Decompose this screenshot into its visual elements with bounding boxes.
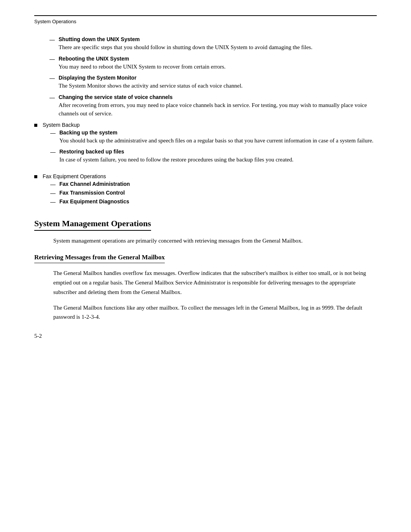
sub-item-title-changing: Changing the service state of voice chan… <box>59 94 377 100</box>
sub-item-content: Rebooting the UNIX System You may need t… <box>59 56 377 71</box>
sub-item-content: Backing up the system You should back up… <box>59 129 377 145</box>
dash-icon: — <box>50 190 56 196</box>
bullet-item-fax-equipment: Fax Equipment Operations — Fax Channel A… <box>34 173 377 207</box>
dash-icon: — <box>49 37 55 43</box>
dash-icon: — <box>49 75 55 81</box>
dash-icon: — <box>50 149 56 155</box>
dash-icon: — <box>50 130 56 136</box>
sub-item-displaying: — Displaying the System Monitor The Syst… <box>49 75 377 90</box>
bullet-item-system-backup: System Backup — Backing up the system Yo… <box>34 122 377 168</box>
sub-item-title-shutting: Shutting down the UNIX System <box>59 36 377 42</box>
subsection-heading: Retrieving Messages from the General Mai… <box>34 253 377 264</box>
bullet-content-fax: Fax Equipment Operations — Fax Channel A… <box>43 173 377 207</box>
sub-item-desc-backing: You should back up the administrative an… <box>59 137 373 144</box>
sub-item-content: Restoring backed up files In case of sys… <box>59 149 377 164</box>
sub-item-content: Displaying the System Monitor The System… <box>59 75 377 90</box>
content-area: — Shutting down the UNIX System There ar… <box>34 36 377 322</box>
bullet-square-icon <box>34 124 37 127</box>
dash-icon: — <box>50 181 56 187</box>
sub-item-restoring: — Restoring backed up files In case of s… <box>50 149 377 164</box>
fax-sub-item-channel-admin: — Fax Channel Administration <box>50 181 377 187</box>
fax-sub-items-list: — Fax Channel Administration — Fax Trans… <box>50 181 377 205</box>
sub-item-desc-rebooting: You may need to reboot the UNIX System t… <box>59 64 226 70</box>
dash-icon: — <box>49 56 55 62</box>
sub-item-backing-up: — Backing up the system You should back … <box>50 129 377 145</box>
sub-item-changing: — Changing the service state of voice ch… <box>49 94 377 118</box>
section-title: System Management Operations <box>34 219 151 231</box>
subsection-title: Retrieving Messages from the General Mai… <box>34 253 165 264</box>
header-bar: System Operations <box>34 15 377 25</box>
sub-item-title-displaying: Displaying the System Monitor <box>59 75 377 81</box>
fax-sub-item-transmission: — Fax Transmission Control <box>50 190 377 196</box>
sub-item-rebooting: — Rebooting the UNIX System You may need… <box>49 56 377 71</box>
section-heading: System Management Operations <box>34 219 377 231</box>
page-container: System Operations — Shutting down the UN… <box>0 0 411 351</box>
dash-icon: — <box>49 94 55 101</box>
sub-item-desc-shutting: There are specific steps that you should… <box>59 44 312 50</box>
page-number: 5-2 <box>34 333 42 339</box>
header-text: System Operations <box>34 19 76 24</box>
fax-sub-item-diagnostics: — Fax Equipment Diagnostics <box>50 198 377 205</box>
subsection-body-para1: The General Mailbox handles overflow fax… <box>53 268 377 297</box>
system-backup-sub-list: — Backing up the system You should back … <box>50 129 377 164</box>
sub-item-content: Shutting down the UNIX System There are … <box>59 36 377 52</box>
fax-channel-admin-title: Fax Channel Administration <box>59 181 130 187</box>
sub-item-title-restoring: Restoring backed up files <box>59 149 377 155</box>
bullet-square-icon <box>34 175 37 178</box>
unix-ops-list: — Shutting down the UNIX System There ar… <box>49 36 377 118</box>
fax-transmission-title: Fax Transmission Control <box>59 190 125 196</box>
bullet-content-system-backup: System Backup — Backing up the system Yo… <box>43 122 377 168</box>
fax-diagnostics-title: Fax Equipment Diagnostics <box>59 198 129 204</box>
sub-item-title-rebooting: Rebooting the UNIX System <box>59 56 377 62</box>
subsection-body-para2: The General Mailbox functions like any o… <box>53 303 377 322</box>
bullet-label-fax: Fax Equipment Operations <box>43 173 377 179</box>
sub-item-content: Changing the service state of voice chan… <box>59 94 377 118</box>
section-intro: System management operations are primari… <box>53 236 377 245</box>
sub-item-shutting-down: — Shutting down the UNIX System There ar… <box>49 36 377 52</box>
bullet-label-system-backup: System Backup <box>43 122 377 128</box>
dash-icon: — <box>50 199 56 205</box>
sub-item-desc-displaying: The System Monitor shows the activity an… <box>59 83 243 89</box>
sub-item-desc-restoring: In case of system failure, you need to f… <box>59 157 293 163</box>
sub-item-title-backing: Backing up the system <box>59 129 377 136</box>
sub-item-desc-changing: After recovering from errors, you may ne… <box>59 102 367 117</box>
